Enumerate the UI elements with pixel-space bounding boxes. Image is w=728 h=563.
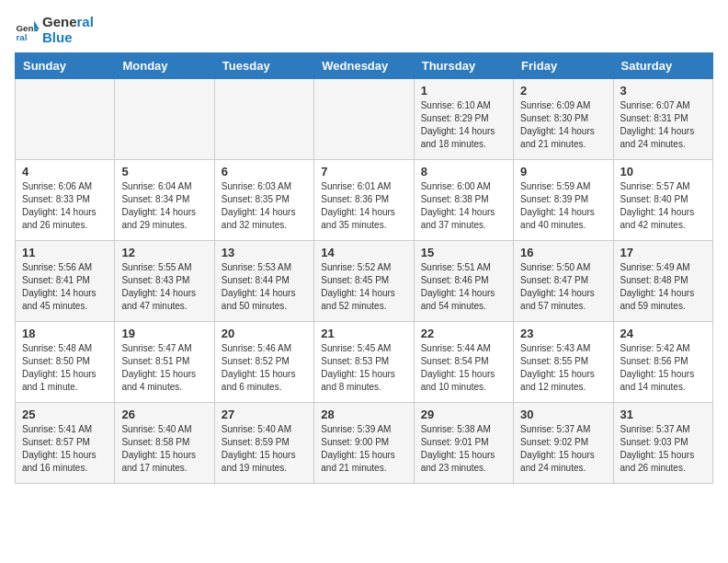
calendar-cell: 23Sunrise: 5:43 AM Sunset: 8:55 PM Dayli… <box>514 322 613 403</box>
svg-text:ral: ral <box>16 32 27 42</box>
day-info: Sunrise: 5:50 AM Sunset: 8:47 PM Dayligh… <box>520 261 606 313</box>
calendar-cell <box>16 79 115 160</box>
calendar-cell: 18Sunrise: 5:48 AM Sunset: 8:50 PM Dayli… <box>16 322 115 403</box>
day-info: Sunrise: 5:56 AM Sunset: 8:41 PM Dayligh… <box>22 261 108 313</box>
day-number: 17 <box>620 246 706 259</box>
calendar-cell: 6Sunrise: 6:03 AM Sunset: 8:35 PM Daylig… <box>214 160 313 241</box>
calendar-cell: 1Sunrise: 6:10 AM Sunset: 8:29 PM Daylig… <box>414 79 513 160</box>
calendar-cell: 14Sunrise: 5:52 AM Sunset: 8:45 PM Dayli… <box>314 241 414 322</box>
day-info: Sunrise: 5:40 AM Sunset: 8:59 PM Dayligh… <box>222 423 307 475</box>
day-info: Sunrise: 5:40 AM Sunset: 8:58 PM Dayligh… <box>121 423 207 475</box>
logo: Gene ral General Blue <box>15 15 94 45</box>
day-number: 24 <box>620 327 706 340</box>
calendar-cell: 10Sunrise: 5:57 AM Sunset: 8:40 PM Dayli… <box>613 160 712 241</box>
day-number: 27 <box>222 408 307 421</box>
day-info: Sunrise: 5:57 AM Sunset: 8:40 PM Dayligh… <box>620 180 706 232</box>
col-header-friday: Friday <box>514 53 613 79</box>
day-number: 18 <box>22 327 108 340</box>
day-number: 11 <box>22 246 108 259</box>
day-info: Sunrise: 5:43 AM Sunset: 8:55 PM Dayligh… <box>520 342 606 394</box>
calendar-cell: 27Sunrise: 5:40 AM Sunset: 8:59 PM Dayli… <box>214 403 313 484</box>
day-number: 30 <box>520 408 606 421</box>
day-number: 13 <box>222 246 307 259</box>
day-number: 16 <box>520 246 606 259</box>
calendar-cell: 25Sunrise: 5:41 AM Sunset: 8:57 PM Dayli… <box>16 403 115 484</box>
day-info: Sunrise: 6:00 AM Sunset: 8:38 PM Dayligh… <box>421 180 506 232</box>
col-header-saturday: Saturday <box>613 53 712 79</box>
calendar-cell: 30Sunrise: 5:37 AM Sunset: 9:02 PM Dayli… <box>514 403 613 484</box>
calendar-cell: 26Sunrise: 5:40 AM Sunset: 8:58 PM Dayli… <box>115 403 214 484</box>
col-header-monday: Monday <box>115 53 214 79</box>
day-number: 4 <box>22 165 108 178</box>
calendar-cell: 28Sunrise: 5:39 AM Sunset: 9:00 PM Dayli… <box>314 403 414 484</box>
day-info: Sunrise: 6:06 AM Sunset: 8:33 PM Dayligh… <box>22 180 108 232</box>
day-number: 25 <box>22 408 108 421</box>
day-number: 1 <box>421 84 506 98</box>
day-info: Sunrise: 5:44 AM Sunset: 8:54 PM Dayligh… <box>421 342 506 394</box>
day-info: Sunrise: 5:39 AM Sunset: 9:00 PM Dayligh… <box>321 423 406 475</box>
day-info: Sunrise: 5:37 AM Sunset: 9:02 PM Dayligh… <box>520 423 606 475</box>
calendar-cell: 12Sunrise: 5:55 AM Sunset: 8:43 PM Dayli… <box>115 241 214 322</box>
col-header-tuesday: Tuesday <box>214 53 313 79</box>
day-number: 9 <box>520 165 606 178</box>
day-info: Sunrise: 6:03 AM Sunset: 8:35 PM Dayligh… <box>222 180 307 232</box>
calendar-cell: 2Sunrise: 6:09 AM Sunset: 8:30 PM Daylig… <box>514 79 613 160</box>
day-number: 29 <box>421 408 506 421</box>
calendar-cell: 5Sunrise: 6:04 AM Sunset: 8:34 PM Daylig… <box>115 160 214 241</box>
calendar-cell: 31Sunrise: 5:37 AM Sunset: 9:03 PM Dayli… <box>613 403 712 484</box>
calendar-cell: 11Sunrise: 5:56 AM Sunset: 8:41 PM Dayli… <box>16 241 115 322</box>
day-number: 23 <box>520 327 606 340</box>
day-info: Sunrise: 6:09 AM Sunset: 8:30 PM Dayligh… <box>520 99 606 151</box>
day-number: 7 <box>321 165 406 178</box>
day-info: Sunrise: 5:55 AM Sunset: 8:43 PM Dayligh… <box>121 261 207 313</box>
calendar-cell <box>314 79 414 160</box>
calendar-cell: 4Sunrise: 6:06 AM Sunset: 8:33 PM Daylig… <box>16 160 115 241</box>
page-header: Gene ral General Blue <box>15 15 713 45</box>
day-info: Sunrise: 5:46 AM Sunset: 8:52 PM Dayligh… <box>222 342 307 394</box>
calendar-cell: 21Sunrise: 5:45 AM Sunset: 8:53 PM Dayli… <box>314 322 414 403</box>
day-number: 31 <box>620 408 706 421</box>
day-info: Sunrise: 6:01 AM Sunset: 8:36 PM Dayligh… <box>321 180 406 232</box>
day-number: 22 <box>421 327 506 340</box>
day-info: Sunrise: 6:07 AM Sunset: 8:31 PM Dayligh… <box>620 99 706 151</box>
calendar-cell: 22Sunrise: 5:44 AM Sunset: 8:54 PM Dayli… <box>414 322 513 403</box>
calendar-table: SundayMondayTuesdayWednesdayThursdayFrid… <box>15 52 713 484</box>
calendar-cell: 13Sunrise: 5:53 AM Sunset: 8:44 PM Dayli… <box>214 241 313 322</box>
day-number: 26 <box>121 408 207 421</box>
calendar-cell: 15Sunrise: 5:51 AM Sunset: 8:46 PM Dayli… <box>414 241 513 322</box>
calendar-cell: 19Sunrise: 5:47 AM Sunset: 8:51 PM Dayli… <box>115 322 214 403</box>
logo-icon: Gene ral <box>15 17 40 43</box>
day-number: 12 <box>121 246 207 259</box>
day-number: 28 <box>321 408 406 421</box>
calendar-cell: 24Sunrise: 5:42 AM Sunset: 8:56 PM Dayli… <box>613 322 712 403</box>
day-info: Sunrise: 5:53 AM Sunset: 8:44 PM Dayligh… <box>222 261 307 313</box>
day-info: Sunrise: 5:37 AM Sunset: 9:03 PM Dayligh… <box>620 423 706 475</box>
day-info: Sunrise: 6:10 AM Sunset: 8:29 PM Dayligh… <box>421 99 506 151</box>
calendar-cell: 20Sunrise: 5:46 AM Sunset: 8:52 PM Dayli… <box>214 322 313 403</box>
day-number: 3 <box>620 84 706 98</box>
day-number: 8 <box>421 165 506 178</box>
day-number: 19 <box>121 327 207 340</box>
day-number: 20 <box>222 327 307 340</box>
col-header-thursday: Thursday <box>414 53 513 79</box>
day-number: 6 <box>222 165 307 178</box>
day-info: Sunrise: 5:59 AM Sunset: 8:39 PM Dayligh… <box>520 180 606 232</box>
day-info: Sunrise: 5:42 AM Sunset: 8:56 PM Dayligh… <box>620 342 706 394</box>
day-number: 14 <box>321 246 406 259</box>
day-number: 15 <box>421 246 506 259</box>
day-number: 2 <box>520 84 606 98</box>
calendar-cell: 17Sunrise: 5:49 AM Sunset: 8:48 PM Dayli… <box>613 241 712 322</box>
day-info: Sunrise: 5:49 AM Sunset: 8:48 PM Dayligh… <box>620 261 706 313</box>
calendar-cell: 16Sunrise: 5:50 AM Sunset: 8:47 PM Dayli… <box>514 241 613 322</box>
day-info: Sunrise: 5:38 AM Sunset: 9:01 PM Dayligh… <box>421 423 506 475</box>
day-info: Sunrise: 5:47 AM Sunset: 8:51 PM Dayligh… <box>121 342 207 394</box>
calendar-cell: 3Sunrise: 6:07 AM Sunset: 8:31 PM Daylig… <box>613 79 712 160</box>
calendar-cell: 7Sunrise: 6:01 AM Sunset: 8:36 PM Daylig… <box>314 160 414 241</box>
day-number: 10 <box>620 165 706 178</box>
calendar-cell: 29Sunrise: 5:38 AM Sunset: 9:01 PM Dayli… <box>414 403 513 484</box>
col-header-wednesday: Wednesday <box>314 53 414 79</box>
calendar-cell: 8Sunrise: 6:00 AM Sunset: 8:38 PM Daylig… <box>414 160 513 241</box>
col-header-sunday: Sunday <box>16 53 115 79</box>
day-number: 21 <box>321 327 406 340</box>
day-info: Sunrise: 6:04 AM Sunset: 8:34 PM Dayligh… <box>121 180 207 232</box>
